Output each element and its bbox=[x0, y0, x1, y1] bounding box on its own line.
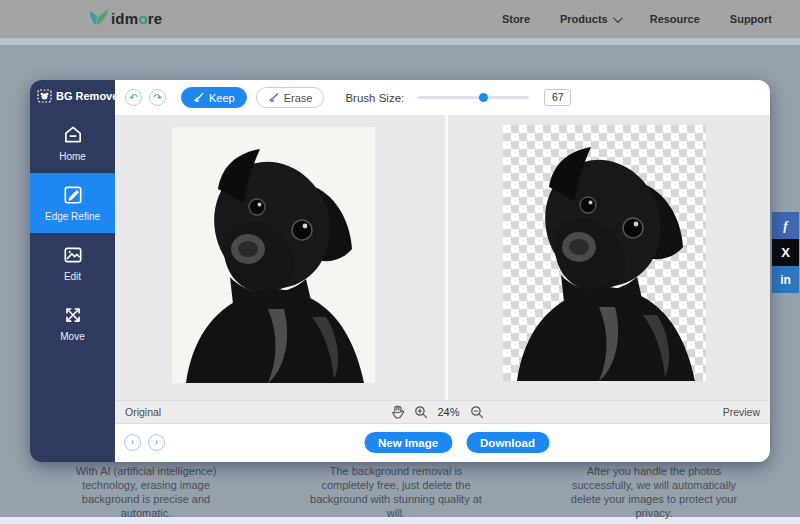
sidebar-item-edge-refine-label: Edge Refine bbox=[45, 211, 100, 222]
toolbar: ↶ ↷ Keep Erase Brush Size: bbox=[115, 80, 770, 115]
original-image[interactable] bbox=[172, 127, 375, 383]
preview-image[interactable] bbox=[503, 125, 706, 381]
sidebar-item-move[interactable]: Move bbox=[30, 293, 115, 353]
nav-item-resource[interactable]: Resource bbox=[650, 13, 700, 25]
vidmore-logo[interactable]: idmore bbox=[88, 8, 162, 28]
vidmore-logo-icon bbox=[88, 8, 110, 28]
info-text-free: The background removal is completely fre… bbox=[306, 464, 486, 520]
modal-footer: ‹ › New Image Download bbox=[115, 424, 770, 462]
zoom-percentage: 24% bbox=[437, 406, 459, 418]
site-header: idmore Store Products Resource Support bbox=[0, 0, 800, 38]
keep-brush-label: Keep bbox=[209, 92, 235, 104]
bg-remover-brand: BG Remover bbox=[30, 80, 115, 103]
sidebar-item-edit-label: Edit bbox=[64, 271, 81, 282]
sidebar-item-edit[interactable]: Edit bbox=[30, 233, 115, 293]
sidebar-item-move-label: Move bbox=[60, 331, 84, 342]
move-arrows-icon bbox=[62, 304, 84, 326]
pan-hand-icon[interactable] bbox=[390, 405, 403, 419]
zoom-in-icon[interactable] bbox=[413, 405, 427, 419]
brush-size-value[interactable]: 67 bbox=[544, 89, 571, 106]
editor-canvas bbox=[115, 115, 770, 400]
footer-actions: New Image Download bbox=[364, 432, 549, 453]
zoom-out-icon[interactable] bbox=[469, 405, 483, 419]
erase-brush-label: Erase bbox=[284, 92, 313, 104]
keep-brush-icon bbox=[193, 92, 205, 103]
brush-size-slider[interactable] bbox=[417, 93, 529, 102]
sidebar-item-home-label: Home bbox=[59, 151, 86, 162]
panel-divider bbox=[445, 115, 448, 400]
brush-size-label: Brush Size: bbox=[345, 92, 404, 104]
info-text-ai: With AI (artificial intelligence) techno… bbox=[66, 464, 226, 520]
facebook-share-button[interactable]: f bbox=[772, 212, 799, 239]
bg-remover-logo-icon bbox=[37, 89, 52, 103]
nav-item-support[interactable]: Support bbox=[730, 13, 772, 25]
bg-remover-modal: BG Remover Home Edge Refine bbox=[30, 80, 770, 462]
previous-image-button[interactable]: ‹ bbox=[124, 434, 141, 451]
download-button[interactable]: Download bbox=[466, 432, 549, 453]
erase-brush-icon bbox=[268, 92, 280, 103]
vidmore-logo-text: idmore bbox=[111, 10, 162, 27]
sidebar-item-home[interactable]: Home bbox=[30, 113, 115, 173]
original-label: Original bbox=[115, 406, 161, 418]
keep-brush-button[interactable]: Keep bbox=[181, 87, 247, 108]
edit-square-icon bbox=[62, 184, 84, 206]
image-icon bbox=[62, 244, 84, 266]
sidebar-item-edge-refine[interactable]: Edge Refine bbox=[30, 173, 115, 233]
preview-label: Preview bbox=[723, 406, 770, 418]
info-text-privacy: After you handle the photos successfully… bbox=[556, 464, 752, 520]
chevron-down-icon bbox=[613, 13, 623, 23]
linkedin-share-button[interactable]: in bbox=[772, 266, 799, 293]
nav-item-products[interactable]: Products bbox=[560, 13, 620, 25]
statusbar: Original 24% bbox=[115, 400, 770, 424]
sidebar: BG Remover Home Edge Refine bbox=[30, 80, 115, 462]
site-nav: Store Products Resource Support bbox=[502, 0, 772, 38]
redo-button[interactable]: ↷ bbox=[149, 89, 166, 106]
erase-brush-button[interactable]: Erase bbox=[256, 87, 325, 108]
social-share-rail: f X in bbox=[772, 212, 799, 293]
modal-content: ↶ ↷ Keep Erase Brush Size: bbox=[115, 80, 770, 462]
nav-item-products-label: Products bbox=[560, 13, 608, 25]
undo-button[interactable]: ↶ bbox=[125, 89, 142, 106]
nav-item-store[interactable]: Store bbox=[502, 13, 530, 25]
new-image-button[interactable]: New Image bbox=[364, 432, 452, 453]
next-image-button[interactable]: › bbox=[148, 434, 165, 451]
slider-track[interactable] bbox=[417, 96, 529, 99]
x-share-button[interactable]: X bbox=[772, 239, 799, 266]
bg-remover-title: BG Remover bbox=[56, 90, 123, 102]
home-icon bbox=[62, 124, 84, 146]
zoom-controls: 24% bbox=[390, 405, 483, 419]
slider-handle[interactable] bbox=[479, 93, 488, 102]
header-divider-strip bbox=[0, 38, 800, 45]
